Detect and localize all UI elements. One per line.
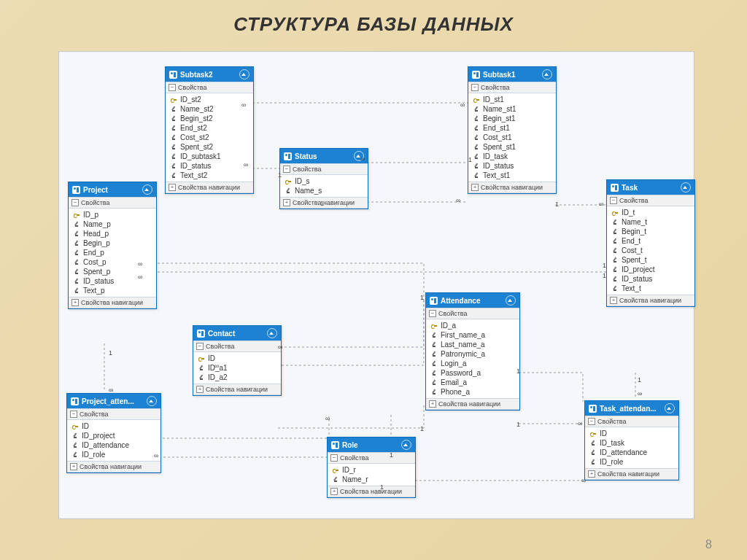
field-Cost_st1[interactable]: Cost_st1 [468,133,556,142]
section-props[interactable]: −Свойства [67,408,160,420]
collapse-icon[interactable] [681,182,691,192]
field-ID_task[interactable]: ID_task [468,152,556,161]
field-ID[interactable]: ID [193,354,281,363]
field-ID_project[interactable]: ID_project [607,265,694,274]
field-Cost_p[interactable]: Cost_p [69,257,156,267]
field-ID_role[interactable]: ID_role [67,450,160,459]
section-props[interactable]: −Свойства [280,163,368,175]
field-ID_a1[interactable]: ID_a1 [193,363,281,373]
entity-attendance[interactable]: Attendance −Свойства ID_aFirst_name_aLas… [425,292,520,411]
field-ID_st2[interactable]: ID_st2 [166,95,253,104]
entity-project[interactable]: Project −Свойства ID_pName_pHead_pBegin_… [68,182,157,309]
field-First_name_a[interactable]: First_name_a [426,330,519,340]
section-nav[interactable]: +Свойства навигации [69,297,156,308]
field-ID_status[interactable]: ID_status [607,274,694,284]
field-ID_subtask1[interactable]: ID_subtask1 [166,152,253,161]
entity-project-atten[interactable]: Project_atten... −Свойства IDID_projectI… [66,393,161,473]
field-Spent_p[interactable]: Spent_p [69,267,156,276]
field-ID_status[interactable]: ID_status [468,161,556,171]
section-props[interactable]: −Свойства [166,82,253,93]
field-Name_t[interactable]: Name_t [607,217,694,227]
section-props[interactable]: −Свойства [607,195,694,206]
collapse-icon[interactable] [665,403,675,413]
section-props[interactable]: −Свойства [69,197,156,209]
entity-subtask1[interactable]: Subtask1 −Свойства ID_st1Name_st1Begin_s… [468,66,557,194]
field-Cost_st2[interactable]: Cost_st2 [166,133,253,142]
field-Begin_st2[interactable]: Begin_st2 [166,114,253,123]
field-End_st1[interactable]: End_st1 [468,123,556,133]
collapse-icon[interactable] [401,440,411,450]
section-props[interactable]: −Свойства [328,452,415,464]
field-Login_a[interactable]: Login_a [426,359,519,368]
field-ID_t[interactable]: ID_t [607,208,694,217]
field-Name_r[interactable]: Name_r [328,475,415,484]
collapse-icon[interactable] [267,328,277,338]
entity-contact[interactable]: Contact −Свойства IDID_a1ID_a2 +Свойства… [193,325,282,396]
field-End_t[interactable]: End_t [607,236,694,246]
entity-task[interactable]: Task −Свойства ID_tName_tBegin_tEnd_tCos… [606,179,695,307]
field-Cost_t[interactable]: Cost_t [607,246,694,255]
entity-status[interactable]: Status −Свойства ID_sName_s +Свойства на… [279,148,368,209]
field-Begin_t[interactable]: Begin_t [607,227,694,236]
entity-role[interactable]: Role −Свойства ID_rName_r +Свойства нави… [327,437,416,498]
collapse-icon[interactable] [142,184,152,195]
field-ID_project[interactable]: ID_project [67,431,160,440]
field-Name_p[interactable]: Name_p [69,219,156,229]
section-nav[interactable]: +Свойства навигации [67,461,160,472]
field-ID_task[interactable]: ID_task [585,438,678,448]
section-props[interactable]: −Свойства [193,341,281,352]
field-label: ID_r [342,466,356,474]
field-ID[interactable]: ID [585,429,678,438]
field-Name_s[interactable]: Name_s [280,186,368,195]
field-ID_r[interactable]: ID_r [328,465,415,475]
field-Name_st2[interactable]: Name_st2 [166,104,253,114]
section-nav[interactable]: +Свойства навигации [280,197,368,209]
section-nav[interactable]: +Свойства навигации [585,468,678,480]
field-Spent_st2[interactable]: Spent_st2 [166,142,253,152]
field-Text_p[interactable]: Text_p [69,286,156,295]
collapse-icon[interactable] [354,151,364,161]
field-ID_role[interactable]: ID_role [585,457,678,467]
field-Text_st2[interactable]: Text_st2 [166,171,253,180]
field-ID_status[interactable]: ID_status [166,161,253,171]
section-nav[interactable]: +Свойства навигации [426,398,519,410]
field-Text_st1[interactable]: Text_st1 [468,171,556,180]
field-Spent_t[interactable]: Spent_t [607,255,694,265]
field-Name_st1[interactable]: Name_st1 [468,104,556,114]
field-Phone_a[interactable]: Phone_a [426,387,519,397]
section-props[interactable]: −Свойства [585,416,678,427]
section-nav[interactable]: +Свойства навигации [166,182,253,193]
field-End_p[interactable]: End_p [69,248,156,257]
field-ID_attendance[interactable]: ID_attendance [67,440,160,450]
collapse-icon[interactable] [147,396,157,406]
field-Head_p[interactable]: Head_p [69,229,156,238]
field-Begin_p[interactable]: Begin_p [69,238,156,248]
entity-task-attendan[interactable]: Task_attendan... −Свойства IDID_taskID_a… [584,400,679,481]
field-Password_a[interactable]: Password_a [426,368,519,378]
field-ID_a2[interactable]: ID_a2 [193,373,281,382]
field-Email_a[interactable]: Email_a [426,378,519,387]
field-Begin_st1[interactable]: Begin_st1 [468,114,556,123]
field-Text_t[interactable]: Text_t [607,284,694,293]
field-Patronymic_a[interactable]: Patronymic_a [426,349,519,359]
collapse-icon[interactable] [506,295,516,306]
section-nav[interactable]: +Свойства навигации [193,384,281,395]
section-nav[interactable]: +Свойства навигации [607,295,694,306]
field-End_st2[interactable]: End_st2 [166,123,253,133]
field-ID[interactable]: ID [67,421,160,431]
entity-subtask2[interactable]: Subtask2 −Свойства ID_st2Name_st2Begin_s… [165,66,254,194]
field-ID_s[interactable]: ID_s [280,176,368,186]
field-ID_attendance[interactable]: ID_attendance [585,448,678,457]
collapse-icon[interactable] [239,69,249,79]
section-props[interactable]: −Свойства [468,82,556,93]
field-ID_st1[interactable]: ID_st1 [468,95,556,104]
section-props[interactable]: −Свойства [426,308,519,319]
field-ID_p[interactable]: ID_p [69,210,156,219]
section-nav[interactable]: +Свойства навигации [328,486,415,497]
collapse-icon[interactable] [542,69,552,79]
section-nav[interactable]: +Свойства навигации [468,182,556,193]
field-Last_name_a[interactable]: Last_name_a [426,340,519,349]
field-ID_a[interactable]: ID_a [426,321,519,330]
field-ID_status[interactable]: ID_status [69,276,156,286]
field-Spent_st1[interactable]: Spent_st1 [468,142,556,152]
